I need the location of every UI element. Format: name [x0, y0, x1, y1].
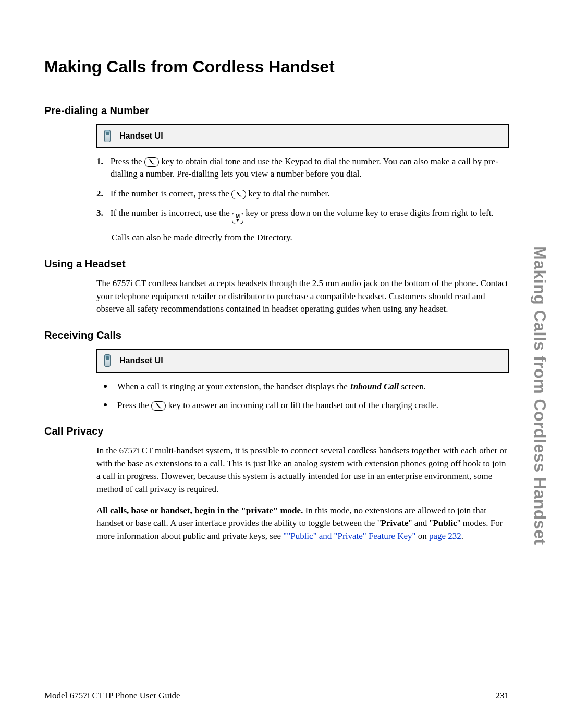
handset-ui-bar: Handset UI: [96, 349, 509, 373]
step-text: If the number is incorrect, use the M▼ k…: [111, 207, 494, 224]
section-heading-receiving: Receiving Calls: [44, 329, 513, 341]
inbound-call-emphasis: Inbound Call: [350, 381, 399, 391]
privacy-paragraph-1: In the 6757i CT multi-handset system, it…: [96, 445, 509, 496]
section-heading-predial: Pre-dialing a Number: [44, 105, 513, 117]
predial-content: Handset UI 1. Press the key to obtain di…: [96, 124, 509, 244]
handset-icon: [103, 128, 112, 144]
step-number: 3.: [96, 207, 103, 224]
footer-page-number: 231: [496, 690, 509, 701]
call-key-icon: [144, 157, 159, 167]
privacy-content: In the 6757i CT multi-handset system, it…: [96, 445, 509, 542]
volume-down-key-icon: M▼: [232, 213, 243, 224]
bullet-text: When a call is ringing at your extension…: [117, 380, 426, 393]
step-text: If the number is correct, press the key …: [111, 188, 330, 200]
list-item: Press the key to answer an incoming call…: [96, 399, 509, 412]
page-footer: Model 6757i CT IP Phone User Guide 231: [44, 687, 509, 701]
document-page: Making Calls from Cordless Handset Pre-d…: [0, 0, 563, 728]
page-title: Making Calls from Cordless Handset: [44, 57, 513, 77]
list-item: 3. If the number is incorrect, use the M…: [96, 207, 509, 224]
handset-ui-label: Handset UI: [119, 356, 163, 365]
privacy-paragraph-2: All calls, base or handset, begin in the…: [96, 504, 509, 543]
handset-ui-label: Handset UI: [119, 131, 163, 141]
headset-paragraph: The 6757i CT cordless handset accepts he…: [96, 277, 509, 316]
footer-guide-name: Model 6757i CT IP Phone User Guide: [44, 690, 180, 701]
feature-key-link[interactable]: ""Public" and "Private" Feature Key": [283, 531, 415, 541]
call-key-icon: [151, 401, 166, 411]
side-section-title: Making Calls from Cordless Handset: [530, 246, 549, 545]
bullet-icon: [104, 403, 107, 406]
section-heading-privacy: Call Privacy: [44, 425, 513, 437]
handset-icon: [103, 353, 112, 368]
receiving-bullets: When a call is ringing at your extension…: [96, 380, 509, 412]
call-key-icon: [231, 190, 246, 199]
step-number: 2.: [96, 188, 103, 200]
list-item: When a call is ringing at your extension…: [96, 380, 509, 393]
bullet-icon: [104, 385, 107, 388]
step-number: 1.: [96, 155, 103, 180]
section-heading-headset: Using a Headset: [44, 258, 513, 270]
public-label: Public: [433, 518, 457, 528]
bullet-text: Press the key to answer an incoming call…: [117, 399, 438, 412]
list-item: 1. Press the key to obtain dial tone and…: [96, 155, 509, 180]
predial-trailing-text: Calls can also be made directly from the…: [112, 231, 509, 244]
footer-rule: [44, 687, 509, 687]
headset-content: The 6757i CT cordless handset accepts he…: [96, 277, 509, 316]
list-item: 2. If the number is correct, press the k…: [96, 188, 509, 200]
predial-steps: 1. Press the key to obtain dial tone and…: [96, 155, 509, 224]
handset-ui-bar: Handset UI: [96, 124, 509, 148]
private-label: Private: [381, 518, 409, 528]
step-text: Press the key to obtain dial tone and us…: [111, 155, 509, 180]
privacy-bold-intro: All calls, base or handset, begin in the…: [96, 505, 303, 515]
receiving-content: Handset UI When a call is ringing at you…: [96, 349, 509, 412]
page-link[interactable]: page 232: [429, 531, 461, 541]
